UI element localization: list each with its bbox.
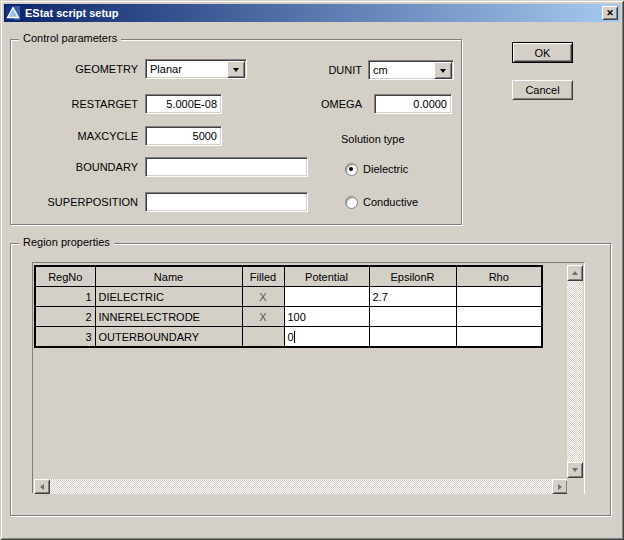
cell-regno: 1 [35,287,95,307]
radio-dielectric[interactable] [345,163,358,176]
app-icon [6,6,20,20]
close-icon: ✕ [606,9,614,18]
restarget-label: RESTARGET [20,98,138,111]
region-grid-panel: RegNo Name Filled Potential EpsilonR Rho… [32,262,585,494]
column-header-name: Name [95,266,242,287]
cell-regno: 3 [35,327,95,348]
cell-filled: X [242,287,284,307]
cell-rho[interactable] [456,287,542,307]
close-button[interactable]: ✕ [602,6,618,20]
omega-input[interactable] [374,94,452,114]
ok-button[interactable]: OK [512,42,573,63]
dropdown-arrow-icon [440,69,446,73]
boundary-label: BOUNDARY [20,161,138,174]
control-parameters-legend: Control parameters [19,32,121,44]
table-row[interactable]: 3 OUTERBOUNDARY 0 [35,327,542,348]
scroll-right-button[interactable] [552,479,568,494]
radio-conductive[interactable] [345,196,358,209]
geometry-dropdown-button[interactable] [227,61,245,78]
cell-name: INNERELECTRODE [95,307,242,327]
vertical-scrollbar-track[interactable] [567,281,583,462]
scroll-up-icon [572,271,578,275]
cell-epsilonr[interactable] [369,307,456,327]
region-properties-legend: Region properties [19,236,114,248]
cell-epsilonr[interactable]: 2.7 [369,287,456,307]
column-header-rho: Rho [456,266,542,287]
superposition-input[interactable] [145,192,308,212]
scroll-left-icon [40,484,44,490]
superposition-label: SUPERPOSITION [20,196,138,209]
omega-label: OMEGA [280,98,362,111]
cell-filled [242,327,284,348]
cell-filled: X [242,307,284,327]
radio-dielectric-label[interactable]: Dielectric [363,163,408,176]
column-header-filled: Filled [242,266,284,287]
title-bar[interactable]: EStat script setup ✕ [4,4,620,22]
radio-conductive-label[interactable]: Conductive [363,196,418,209]
scroll-right-icon [558,484,562,490]
horizontal-scrollbar-track[interactable] [50,479,552,494]
cell-potential[interactable] [284,287,369,307]
radio-selected-dot [349,167,353,171]
dunit-dropdown-button[interactable] [434,62,452,79]
geometry-label: GEOMETRY [20,63,138,76]
maxcycle-input[interactable] [145,126,222,146]
table-row[interactable]: 2 INNERELECTRODE X 100 [35,307,542,327]
table-row[interactable]: 1 DIELECTRIC X 2.7 [35,287,542,307]
boundary-input[interactable] [145,157,308,177]
horizontal-scrollbar[interactable] [34,479,568,494]
column-header-epsilonr: EpsilonR [369,266,456,287]
geometry-value: Planar [150,63,182,75]
restarget-input[interactable] [145,94,222,114]
window-title: EStat script setup [25,7,119,19]
cell-potential-editing[interactable]: 0 [284,327,369,348]
region-table[interactable]: RegNo Name Filled Potential EpsilonR Rho… [34,265,543,348]
scrollbar-corner [567,479,584,494]
table-header-row: RegNo Name Filled Potential EpsilonR Rho [35,266,542,287]
geometry-combobox[interactable]: Planar [145,59,247,79]
solution-type-label: Solution type [341,133,405,146]
cell-name: DIELECTRIC [95,287,242,307]
maxcycle-label: MAXCYCLE [20,130,138,143]
scroll-up-button[interactable] [567,265,583,281]
cell-rho[interactable] [456,327,542,348]
column-header-regno: RegNo [35,266,95,287]
cell-potential[interactable]: 100 [284,307,369,327]
cancel-button[interactable]: Cancel [512,80,573,100]
dunit-combobox[interactable]: cm [368,60,454,80]
cell-regno: 2 [35,307,95,327]
dialog-estat-script-setup: EStat script setup ✕ Control parameters … [0,0,624,540]
cell-rho[interactable] [456,307,542,327]
text-caret [294,331,295,343]
cell-epsilonr[interactable] [369,327,456,348]
vertical-scrollbar[interactable] [567,265,583,478]
dunit-value: cm [373,64,388,76]
dropdown-arrow-icon [233,68,239,72]
scroll-left-button[interactable] [34,479,50,494]
column-header-potential: Potential [284,266,369,287]
scroll-down-button[interactable] [567,462,583,478]
dunit-label: DUNIT [280,64,362,77]
scroll-down-icon [572,468,578,472]
cell-name: OUTERBOUNDARY [95,327,242,348]
